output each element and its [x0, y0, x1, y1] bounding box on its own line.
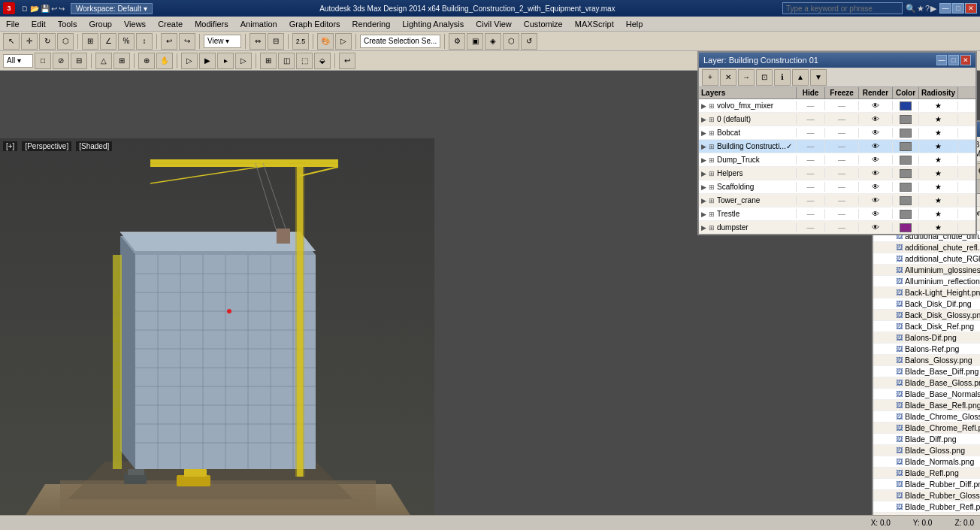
menu-create[interactable]: Create: [152, 18, 189, 30]
layer-hide-cell[interactable]: —: [797, 155, 825, 165]
layer-hide-cell[interactable]: —: [797, 223, 825, 232]
layer-hide-cell[interactable]: —: [797, 114, 825, 124]
layer-row[interactable]: ▶ ⊞ Helpers — — 👁 ★: [699, 167, 975, 180]
menu-customize[interactable]: Customize: [518, 18, 569, 30]
layer-render-cell[interactable]: 👁: [859, 128, 893, 138]
layer-row[interactable]: ▶ ⊞ Scaffolding — — 👁 ★: [699, 180, 975, 194]
pan-btn[interactable]: ✋: [156, 53, 173, 69]
layer-close-button[interactable]: ✕: [960, 55, 971, 65]
menu-civil-view[interactable]: Civil View: [470, 18, 517, 30]
scene-viewport[interactable]: X Y Z: [0, 138, 434, 530]
all-filter[interactable]: All ▾: [3, 54, 33, 68]
layer-render-cell[interactable]: 👁: [859, 209, 893, 219]
layer-radiosity-cell[interactable]: ★: [919, 195, 958, 205]
tree-file-item[interactable]: 🖼 Back_Disk_Glossy.png Found: [873, 310, 980, 321]
angle-snap[interactable]: ∠: [100, 33, 116, 50]
layer-color-cell[interactable]: [893, 223, 919, 233]
layer-freeze-cell[interactable]: —: [825, 128, 859, 138]
render-quick[interactable]: ▶: [199, 53, 216, 69]
view-dropdown[interactable]: View ▾: [204, 35, 241, 48]
redo-scene[interactable]: ↪: [179, 33, 195, 50]
minimize-button[interactable]: —: [939, 3, 951, 14]
layer-hide-cell[interactable]: —: [797, 182, 825, 192]
undo-btn[interactable]: ↩: [51, 5, 57, 13]
menu-group[interactable]: Group: [83, 18, 118, 30]
tree-file-item[interactable]: 🖼 Blade_Base_Gloss.png Found: [873, 377, 980, 389]
layer-hide-cell[interactable]: —: [797, 128, 825, 138]
layer-color-cell[interactable]: [893, 182, 919, 192]
layer-sel-btn[interactable]: ⊡: [756, 69, 773, 86]
layer-radiosity-cell[interactable]: ★: [919, 141, 958, 151]
layer-row[interactable]: ▶ ⊞ volvo_fmx_mixer — — 👁 ★: [699, 99, 975, 113]
layer-color-cell[interactable]: [893, 128, 919, 138]
tree-file-item[interactable]: 🖼 Back-Light_Height.png Found: [873, 287, 980, 298]
tree-file-item[interactable]: 🖼 Blade_Chrome_Gloss.png Found: [873, 411, 980, 422]
layer-delete-btn[interactable]: ✕: [720, 69, 737, 86]
layer-row[interactable]: ▶ ⊞ 0 (default) — — 👁 ★: [699, 113, 975, 126]
layer-render-cell[interactable]: 👁: [859, 141, 893, 151]
tree-file-item[interactable]: 🖼 Balons-Dif.png Found: [873, 332, 980, 344]
tree-file-item[interactable]: 🖼 Blade_Base_Normals.png Found: [873, 389, 980, 400]
layer-radiosity-cell[interactable]: ★: [919, 114, 958, 124]
layer-add-sel-btn[interactable]: →: [738, 69, 755, 86]
layer-freeze-cell[interactable]: —: [825, 155, 859, 165]
layer-radiosity-cell[interactable]: ★: [919, 101, 958, 111]
anim-btn1[interactable]: ↩: [339, 53, 355, 69]
layer-row[interactable]: ▶ ⊞ Dump_Truck — — 👁 ★: [699, 153, 975, 167]
percent-snap[interactable]: %: [118, 33, 135, 50]
create-selection-set[interactable]: Create Selection Se...: [360, 35, 440, 48]
menu-modifiers[interactable]: Modifiers: [189, 18, 234, 30]
menu-help[interactable]: Help: [620, 18, 649, 30]
layer-hide-cell[interactable]: —: [797, 209, 825, 219]
menu-rendering[interactable]: Rendering: [346, 18, 397, 30]
tree-file-item[interactable]: 🖼 Blade_Rubber_Refl.png Found: [873, 501, 980, 513]
menu-tools[interactable]: Tools: [52, 18, 83, 30]
layer-color-cell[interactable]: [893, 209, 919, 220]
select-tool[interactable]: ↖: [3, 33, 20, 50]
tree-file-item[interactable]: 🖼 Balons_Glossy.png Found: [873, 355, 980, 366]
layer-row[interactable]: ▶ ⊞ dumpster — — 👁 ★: [699, 221, 975, 234]
redo-btn[interactable]: ↪: [59, 5, 65, 13]
layer-up-btn[interactable]: ▲: [792, 69, 809, 86]
layer-radiosity-cell[interactable]: ★: [919, 128, 958, 138]
menu-lighting[interactable]: Lighting Analysis: [396, 18, 470, 30]
layer-radiosity-cell[interactable]: ★: [919, 168, 958, 178]
rotate-tool[interactable]: ↻: [39, 33, 56, 50]
render-scene[interactable]: ▷: [335, 33, 352, 50]
layer-info-btn[interactable]: ℹ: [774, 69, 791, 86]
tree-file-item[interactable]: 🖼 additional_chute_RGloss.png Found: [873, 253, 980, 265]
layer-freeze-cell[interactable]: —: [825, 168, 859, 178]
layer-radiosity-cell[interactable]: ★: [919, 155, 958, 165]
layer-hide-cell[interactable]: —: [797, 101, 825, 111]
layer-render-cell[interactable]: 👁: [859, 168, 893, 178]
tree-file-item[interactable]: 🖼 Blade_Rubber_Gloss.png Found: [873, 490, 980, 501]
layer-render-cell[interactable]: 👁: [859, 182, 893, 192]
layer-render-cell[interactable]: 👁: [859, 101, 893, 111]
menu-graph-editors[interactable]: Graph Editors: [283, 18, 346, 30]
tree-file-item[interactable]: 🖼 Blade_Base_Diff.png Found: [873, 366, 980, 377]
layer-color-cell[interactable]: [893, 155, 919, 165]
material-editor[interactable]: 🎨: [317, 33, 334, 50]
layer-new-btn[interactable]: +: [702, 69, 718, 86]
layer-render-cell[interactable]: 👁: [859, 223, 893, 232]
media-btn1[interactable]: ⊞: [260, 53, 277, 69]
zoom-btn[interactable]: ⊕: [138, 53, 155, 69]
media-btn4[interactable]: ⬙: [314, 53, 331, 69]
undo-scene[interactable]: ↩: [161, 33, 177, 50]
layer-row[interactable]: ▶ ⊞ Building Constructi...✓ — — 👁 ★: [699, 140, 975, 153]
layer-render-cell[interactable]: 👁: [859, 195, 893, 205]
layer-row[interactable]: ▶ ⊞ Trestle — — 👁 ★: [699, 207, 975, 221]
open-btn[interactable]: 📂: [30, 5, 39, 13]
menu-file[interactable]: File: [0, 18, 26, 30]
workspace-selector[interactable]: Workspace: Default ▾: [71, 3, 153, 14]
layer-down-btn[interactable]: ▼: [810, 69, 827, 86]
layer-row[interactable]: ▶ ⊞ Bobcat — — 👁 ★: [699, 126, 975, 140]
layer-radiosity-cell[interactable]: ★: [919, 182, 958, 192]
extra-tool2[interactable]: ▣: [467, 33, 483, 50]
layer-color-cell[interactable]: [893, 114, 919, 125]
menu-maxscript[interactable]: MAXScript: [569, 18, 620, 30]
new-btn[interactable]: 🗋: [21, 5, 29, 13]
layer-color-cell[interactable]: [893, 101, 919, 111]
move-tool[interactable]: ✛: [21, 33, 38, 50]
tree-file-item[interactable]: 🖼 Blade_Diff.png Found: [873, 434, 980, 445]
